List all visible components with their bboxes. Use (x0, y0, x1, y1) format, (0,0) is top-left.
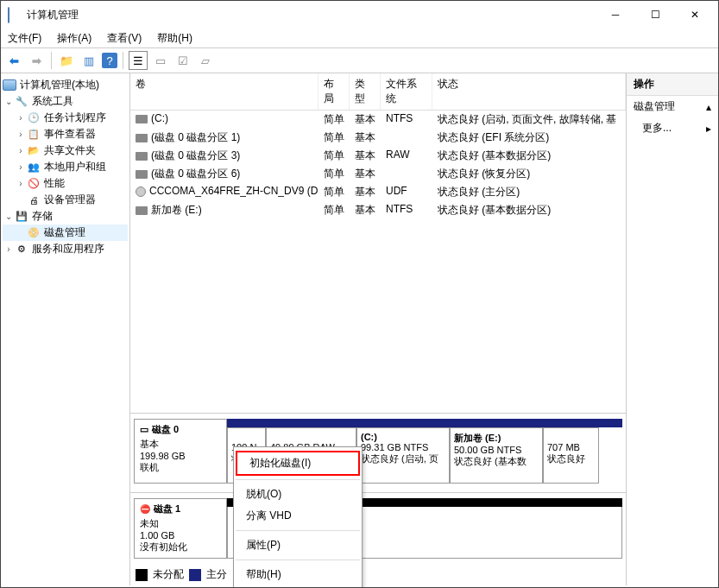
menu-help[interactable]: 帮助(H) (154, 29, 196, 47)
disk1-row[interactable]: ⛔磁盘 1 未知 1.00 GB 没有初始化 (134, 498, 622, 559)
show-hide-tree-button[interactable]: ▥ (79, 51, 98, 70)
ctx-help[interactable]: 帮助(H) (234, 564, 362, 585)
tree-performance[interactable]: ›🚫性能 (3, 175, 128, 192)
menu-action[interactable]: 操作(A) (54, 29, 95, 47)
col-header-status[interactable]: 状态 (432, 73, 626, 110)
ctx-initialize-disk[interactable]: 初始化磁盘(I) (236, 451, 360, 476)
volume-row[interactable]: (磁盘 0 磁盘分区 1)简单基本状态良好 (EFI 系统分区) (130, 129, 626, 147)
legend-primary-swatch (189, 569, 201, 581)
collapse-icon: ▴ (706, 101, 711, 113)
maximize-button[interactable]: ☐ (635, 2, 675, 28)
action-more[interactable]: 更多...▸ (627, 117, 718, 139)
volumes-header: 卷 布局 类型 文件系统 状态 (130, 73, 626, 111)
menubar: 文件(F) 操作(A) 查看(V) 帮助(H) (1, 28, 718, 47)
disk0-info: ▭磁盘 0 基本 199.98 GB 联机 (134, 419, 227, 484)
actions-pane: 操作 磁盘管理▴ 更多...▸ (627, 73, 718, 585)
tree-disk-management[interactable]: ›📀磁盘管理 (3, 224, 128, 241)
tree-local-users[interactable]: ›👥本地用户和组 (3, 159, 128, 175)
view-bottom-button[interactable]: ▭ (151, 51, 170, 70)
tree-event-viewer[interactable]: ›📋事件查看器 (3, 126, 128, 142)
ctx-detach-vhd[interactable]: 分离 VHD (234, 505, 362, 527)
context-menu: 初始化磁盘(I) 脱机(O) 分离 VHD 属性(P) 帮助(H) (233, 446, 363, 588)
back-button[interactable]: ⬅ (4, 51, 23, 70)
app-icon (8, 8, 22, 22)
legend-unallocated-swatch (136, 569, 148, 581)
volume-row[interactable]: (磁盘 0 磁盘分区 3)简单基本RAW状态良好 (基本数据分区) (130, 147, 626, 165)
navigation-tree: 计算机管理(本地) ⌄🔧系统工具 ›🕒任务计划程序 ›📋事件查看器 ›📂共享文件… (1, 73, 130, 585)
tree-device-manager[interactable]: ›🖨设备管理器 (3, 192, 128, 208)
col-header-filesystem[interactable]: 文件系统 (381, 73, 432, 110)
error-icon: ⛔ (140, 504, 150, 514)
volume-row[interactable]: (C:)简单基本NTFS状态良好 (启动, 页面文件, 故障转储, 基 (130, 111, 626, 129)
legend: 未分配 主分 (130, 564, 626, 585)
partition-box[interactable]: 新加卷 (E:)50.00 GB NTFS状态良好 (基本数 (450, 427, 543, 484)
tree-shared-folders[interactable]: ›📂共享文件夹 (3, 142, 128, 159)
tree-storage[interactable]: ⌄💾存储 (3, 208, 128, 224)
volumes-list: 卷 布局 类型 文件系统 状态 (C:)简单基本NTFS状态良好 (启动, 页面… (130, 73, 626, 219)
menu-view[interactable]: 查看(V) (104, 29, 145, 47)
col-header-type[interactable]: 类型 (350, 73, 381, 110)
disk-icon: ▭ (140, 424, 148, 435)
center-pane: 卷 布局 类型 文件系统 状态 (C:)简单基本NTFS状态良好 (启动, 页面… (130, 73, 627, 585)
settings-button[interactable]: ☑ (173, 51, 192, 70)
window-title: 计算机管理 (27, 8, 596, 22)
legend-unallocated-label: 未分配 (153, 567, 184, 582)
titlebar: 计算机管理 ─ ☐ ✕ (1, 1, 718, 28)
close-button[interactable]: ✕ (675, 2, 715, 28)
action-disk-management[interactable]: 磁盘管理▴ (627, 96, 718, 117)
up-button[interactable]: 📁 (57, 51, 76, 70)
col-header-volume[interactable]: 卷 (130, 73, 319, 110)
volume-row[interactable]: CCCOMA_X64FRE_ZH-CN_DV9 (D:)简单基本UDF状态良好 … (130, 183, 626, 201)
col-header-layout[interactable]: 布局 (319, 73, 350, 110)
toolbar: ⬅ ➡ 📁 ▥ ? ☰ ▭ ☑ ▱ (1, 47, 718, 73)
volume-row[interactable]: 新加卷 (E:)简单基本NTFS状态良好 (基本数据分区) (130, 201, 626, 219)
forward-button[interactable]: ➡ (27, 51, 46, 70)
tree-services-apps[interactable]: ›⚙服务和应用程序 (3, 241, 128, 257)
minimize-button[interactable]: ─ (596, 2, 635, 28)
view-top-button[interactable]: ☰ (129, 51, 148, 70)
volume-row[interactable]: (磁盘 0 磁盘分区 6)简单基本状态良好 (恢复分区) (130, 165, 626, 183)
actions-header: 操作 (627, 73, 718, 96)
ctx-properties[interactable]: 属性(P) (234, 534, 362, 556)
ctx-offline[interactable]: 脱机(O) (234, 484, 362, 505)
disk-map: ▭磁盘 0 基本 199.98 GB 联机 100 N状态良 49.89 GB … (130, 414, 626, 493)
disk1-info: ⛔磁盘 1 未知 1.00 GB 没有初始化 (134, 498, 227, 559)
tree-system-tools[interactable]: ⌄🔧系统工具 (3, 93, 128, 110)
partition-box[interactable]: 707 MB状态良好 (543, 427, 599, 484)
tree-task-scheduler[interactable]: ›🕒任务计划程序 (3, 110, 128, 126)
help-button[interactable]: ? (102, 53, 117, 68)
tree-root[interactable]: 计算机管理(本地) (3, 77, 128, 93)
disk1-section: ⛔磁盘 1 未知 1.00 GB 没有初始化 (130, 493, 626, 564)
disk0-row[interactable]: ▭磁盘 0 基本 199.98 GB 联机 100 N状态良 49.89 GB … (134, 419, 622, 484)
chevron-right-icon: ▸ (706, 123, 711, 135)
refresh-button[interactable]: ▱ (196, 51, 215, 70)
partition-box[interactable]: (C:)99.31 GB NTFS状态良好 (启动, 页 (356, 427, 450, 484)
legend-primary-label: 主分 (206, 567, 227, 582)
menu-file[interactable]: 文件(F) (4, 29, 45, 47)
